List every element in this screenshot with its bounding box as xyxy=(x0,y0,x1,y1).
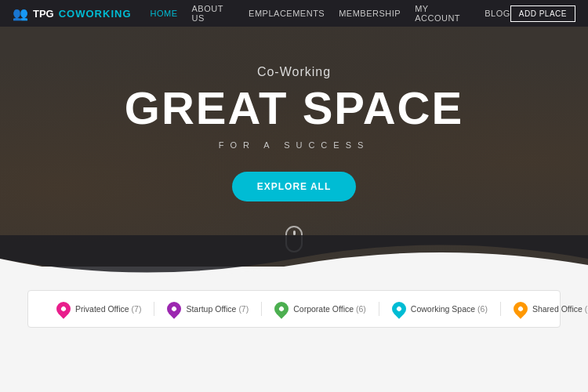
hero-section: Co-Working GREAT SPACE FOR A SUCCESS EXP… xyxy=(0,0,588,267)
category-count-shared: (5) xyxy=(585,304,588,314)
hero-content: Co-Working GREAT SPACE FOR A SUCCESS EXP… xyxy=(125,65,463,201)
category-item-startup[interactable]: Startup Office (7) xyxy=(154,302,262,316)
logo[interactable]: 👥 TPG COWORKING xyxy=(13,6,132,21)
category-item-corporate[interactable]: Corporate Office (6) xyxy=(262,302,379,316)
category-item-coworking[interactable]: Coworking Space (6) xyxy=(379,302,501,316)
category-pin-coworking xyxy=(389,299,408,318)
category-label-shared: Shared Office (5) xyxy=(532,304,588,314)
nav-home[interactable]: HOME xyxy=(151,9,178,18)
nav-links: HOME ABOUT US EMPLACEMENTS MEMBERSHIP MY… xyxy=(151,4,510,23)
logo-icon: 👥 xyxy=(13,6,28,21)
category-pin-startup xyxy=(165,299,184,318)
category-label-privated: Privated Office (7) xyxy=(75,304,141,314)
category-pin-inner xyxy=(396,306,402,312)
category-label-corporate: Corporate Office (6) xyxy=(293,304,366,314)
category-count-coworking: (6) xyxy=(477,304,488,314)
logo-coworking: COWORKING xyxy=(59,8,132,20)
logo-tpg: TPG xyxy=(33,8,54,20)
navbar: 👥 TPG COWORKING HOME ABOUT US EMPLACEMEN… xyxy=(0,0,588,27)
wave-divider xyxy=(0,235,588,282)
category-item-shared[interactable]: Shared Office (5) xyxy=(501,302,588,316)
category-pin-inner xyxy=(278,306,285,312)
category-pin-inner xyxy=(171,306,177,312)
nav-myaccount[interactable]: MY ACCOUNT xyxy=(415,4,470,23)
add-place-button[interactable]: ADD PLACE xyxy=(510,5,575,22)
category-pin-shared xyxy=(510,299,530,318)
explore-all-button[interactable]: EXPLORE ALL xyxy=(232,172,357,201)
categories-card: Privated Office (7)Startup Office (7)Cor… xyxy=(27,290,561,328)
category-pin-privated xyxy=(53,299,73,318)
category-pin-inner xyxy=(60,306,67,312)
hero-subtitle: Co-Working xyxy=(257,65,331,79)
category-count-privated: (7) xyxy=(132,304,142,314)
category-pin-corporate xyxy=(271,299,291,318)
category-count-startup: (7) xyxy=(238,304,249,314)
hero-tagline: FOR A SUCCESS xyxy=(219,140,370,150)
nav-blog[interactable]: BLOG xyxy=(485,9,510,18)
nav-membership[interactable]: MEMBERSHIP xyxy=(339,9,401,18)
category-pin-inner xyxy=(517,306,524,312)
nav-emplacements[interactable]: EMPLACEMENTS xyxy=(249,9,325,18)
hero-title: GREAT SPACE xyxy=(125,85,463,131)
lower-section: Privated Office (7)Startup Office (7)Cor… xyxy=(0,267,588,392)
category-label-coworking: Coworking Space (6) xyxy=(411,304,488,314)
nav-about[interactable]: ABOUT US xyxy=(192,4,235,23)
category-item-privated[interactable]: Privated Office (7) xyxy=(44,302,154,316)
category-label-startup: Startup Office (7) xyxy=(186,304,249,314)
category-count-corporate: (6) xyxy=(356,304,366,314)
